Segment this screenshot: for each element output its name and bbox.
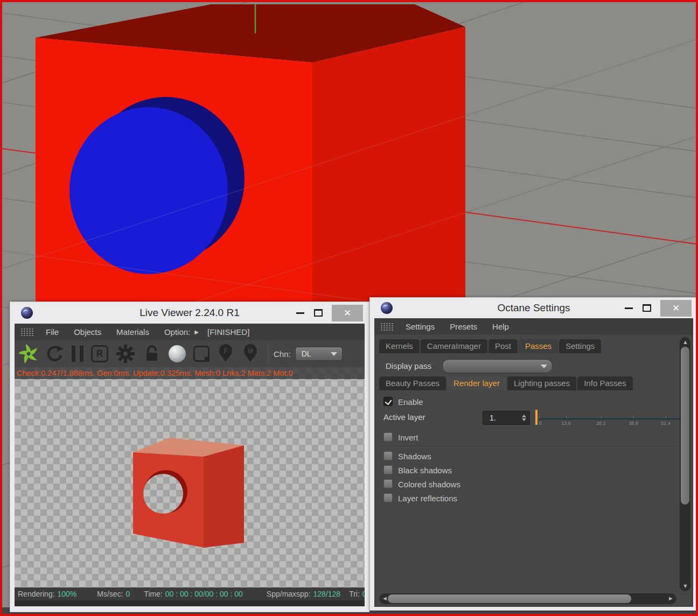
lock-icon[interactable]	[143, 345, 161, 363]
scroll-right-icon[interactable]: ►	[668, 596, 674, 601]
toolbar-separator	[268, 344, 268, 363]
scroll-left-icon[interactable]: ◄	[382, 596, 388, 601]
menu-option[interactable]: Option:	[157, 327, 198, 337]
slider-tick-label: 26.2	[592, 421, 610, 426]
slider-track[interactable]	[539, 418, 682, 419]
tri-value: 0/15	[362, 590, 365, 598]
octane-settings-window: Octane Settings ✕ Settings Presets Help …	[369, 297, 698, 611]
viewport-cube[interactable]	[36, 4, 465, 336]
slider-tick	[539, 415, 540, 418]
slider-tick-label: 51.4	[657, 421, 675, 426]
refresh-icon[interactable]	[46, 345, 64, 363]
scroll-up-icon[interactable]: ▲	[682, 339, 688, 345]
region-icon[interactable]	[193, 346, 210, 362]
subtab-beauty-passes[interactable]: Beauty Passes	[379, 376, 446, 390]
settings-tabbar: Kernels CameraImager Post Passes Setting…	[379, 339, 601, 353]
grip-icon[interactable]	[380, 322, 394, 331]
maximize-icon[interactable]	[309, 305, 327, 321]
rendering-value: 100%	[58, 590, 77, 598]
enable-label: Enable	[398, 397, 423, 407]
live-viewer-titlebar[interactable]: Live Viewer 2.24.0 R1 ✕	[15, 302, 365, 324]
maximize-icon[interactable]	[638, 300, 656, 316]
octane-logo-icon[interactable]	[19, 344, 38, 363]
menu-file[interactable]: File	[38, 327, 66, 337]
live-viewer-menubar: File Objects Materials Option: ▶ [FINISH…	[15, 324, 365, 340]
colored-shadows-checkbox[interactable]	[383, 479, 393, 488]
tab-post[interactable]: Post	[488, 339, 518, 353]
shadows-checkbox[interactable]	[383, 451, 393, 460]
svg-text:F: F	[224, 347, 227, 355]
minimize-icon[interactable]	[291, 305, 309, 321]
menu-objects[interactable]: Objects	[66, 327, 109, 337]
active-layer-slider[interactable]: 0 13.6 26.2 38.8 51.4	[535, 409, 685, 429]
tab-passes[interactable]: Passes	[519, 339, 558, 353]
menu-materials[interactable]: Materials	[109, 327, 157, 337]
slider-tick	[601, 415, 602, 418]
menu-presets[interactable]: Presets	[442, 322, 485, 331]
channel-value: DL	[302, 349, 311, 358]
tab-settings[interactable]: Settings	[559, 339, 601, 353]
menu-settings[interactable]: Settings	[398, 322, 442, 331]
passes-subtab-bar: Beauty Passes Render layer Lighting pass…	[379, 376, 633, 390]
pin-f-icon[interactable]: F	[217, 344, 234, 363]
slider-tick	[666, 415, 666, 418]
vertical-scrollbar[interactable]: ▲ ▼	[680, 337, 690, 591]
slider-tick	[633, 415, 634, 418]
channel-label: Chn:	[274, 349, 291, 359]
screenshot-root: Live Viewer 2.24.0 R1 ✕ File Objects Mat…	[0, 0, 698, 616]
render-stats-text: Check:0.247/1.888ms. Gen:0ms. Update:0.3…	[15, 367, 365, 379]
octane-settings-menubar: Settings Presets Help	[374, 318, 693, 335]
colored-shadows-label: Colored shadows	[398, 480, 460, 489]
invert-label: Invert	[398, 433, 418, 442]
subtab-lighting-passes[interactable]: Lighting passes	[507, 376, 576, 390]
slider-tick-label: 0	[531, 421, 549, 426]
minimize-icon[interactable]	[619, 300, 638, 316]
horizontal-scrollbar-thumb[interactable]	[388, 594, 631, 603]
menu-help[interactable]: Help	[485, 322, 516, 331]
section-divider	[379, 446, 679, 447]
subtab-render-layer[interactable]: Render layer	[447, 376, 506, 390]
material-ball-icon[interactable]	[169, 345, 186, 362]
render-state-text: [FINISHED]	[200, 327, 257, 337]
octane-settings-titlebar[interactable]: Octane Settings ✕	[374, 298, 693, 318]
rendered-cube	[133, 438, 244, 548]
time-label: Time:	[144, 590, 162, 598]
shadows-label: Shadows	[398, 452, 431, 461]
rendering-label: Rendering:	[18, 590, 55, 598]
display-pass-dropdown[interactable]	[442, 359, 553, 373]
svg-text:M: M	[248, 347, 253, 355]
close-icon[interactable]: ✕	[332, 305, 363, 321]
spinner-arrows-icon[interactable]	[522, 415, 526, 421]
grip-icon[interactable]	[20, 327, 34, 337]
black-shadows-label: Black shadows	[398, 466, 452, 475]
c4d-app-icon	[381, 302, 393, 314]
render-view[interactable]: Check:0.247/1.888ms. Gen:0ms. Update:0.3…	[15, 367, 365, 587]
scroll-down-icon[interactable]: ▼	[682, 583, 688, 589]
enable-checkbox[interactable]	[383, 397, 393, 406]
pin-m-icon[interactable]: M	[242, 344, 259, 363]
slider-tick-label: 13.6	[557, 421, 575, 426]
vertical-scrollbar-thumb[interactable]	[681, 347, 689, 505]
time-value: 00 : 00 : 00/00 : 00 : 00	[165, 590, 243, 598]
render-passes-icon[interactable]: R	[91, 345, 108, 362]
active-layer-label: Active layer	[383, 412, 425, 422]
live-viewer-toolbar: R	[15, 340, 365, 367]
layer-reflections-checkbox[interactable]	[383, 493, 393, 502]
invert-checkbox[interactable]	[383, 432, 393, 442]
tab-kernels[interactable]: Kernels	[379, 339, 420, 353]
channel-dropdown[interactable]: DL	[295, 347, 343, 361]
active-layer-value: 1.	[490, 414, 496, 422]
display-pass-label: Display pass	[386, 361, 431, 370]
pause-icon[interactable]	[72, 346, 83, 362]
render-status-bar: Rendering: 100% Ms/sec: 0 Time: 00 : 00 …	[15, 587, 365, 600]
close-icon[interactable]: ✕	[660, 300, 692, 317]
subtab-info-passes[interactable]: Info Passes	[577, 376, 632, 390]
mssec-label: Ms/sec:	[97, 590, 123, 598]
gear-icon[interactable]	[116, 344, 135, 363]
active-layer-spinbox[interactable]: 1.	[483, 411, 530, 425]
horizontal-scrollbar[interactable]: ◄ ►	[379, 593, 676, 604]
octane-settings-content: Kernels CameraImager Post Passes Setting…	[374, 335, 693, 607]
tab-cameraimager[interactable]: CameraImager	[421, 339, 487, 353]
black-shadows-checkbox[interactable]	[383, 465, 393, 474]
live-viewer-window: Live Viewer 2.24.0 R1 ✕ File Objects Mat…	[10, 302, 369, 612]
